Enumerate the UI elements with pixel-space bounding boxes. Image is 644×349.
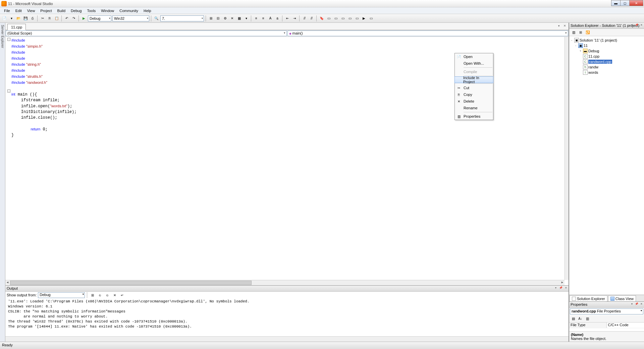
solution-tree[interactable]: -▣Solution '11' (1 project) -▣11 +▬Debug… [569, 36, 644, 295]
editor-vscrollbar[interactable] [565, 37, 569, 280]
menu-view[interactable]: View [24, 8, 38, 13]
se-refresh-button[interactable]: 🔁 [585, 30, 591, 36]
se-close-button[interactable]: ✕ [639, 23, 643, 27]
new-file-button[interactable]: ▾ [8, 15, 14, 21]
tree-item-debug[interactable]: Debug [588, 49, 599, 53]
tb-btn-8[interactable]: ≡ [260, 15, 266, 21]
minimize-button[interactable]: ▬ [611, 0, 621, 6]
props-az-button[interactable]: A↓ [577, 316, 583, 322]
new-project-button[interactable]: 📄 [1, 15, 7, 21]
props-close-button[interactable]: ✕ [639, 302, 643, 306]
output-dropdown-button[interactable]: ▾ [554, 286, 558, 290]
se-pin-button[interactable]: 📌 [635, 23, 639, 27]
indent-out-button[interactable]: ⇤ [284, 15, 290, 21]
scope-combo[interactable]: (Global Scope) [6, 31, 287, 36]
ctx-properties[interactable]: ▥Properties [455, 113, 493, 120]
tb-btn-4[interactable]: ✕ [229, 15, 235, 21]
tab-dropdown-button[interactable]: ▾ [556, 24, 561, 29]
se-properties-button[interactable]: ▥ [571, 30, 577, 36]
find-combo[interactable]: 7. [160, 15, 204, 21]
output-pin-button[interactable]: 📌 [559, 286, 563, 290]
open-button[interactable]: 📂 [15, 15, 21, 21]
tb-btn-e5[interactable]: ▭ [354, 15, 360, 21]
start-debug-button[interactable]: ▶ [81, 15, 87, 21]
redo-button[interactable]: ↷ [71, 15, 77, 21]
tb-btn-e3[interactable]: ▭ [340, 15, 346, 21]
tb-btn-3[interactable]: ⚙ [222, 15, 228, 21]
save-button[interactable]: 💾 [22, 15, 29, 21]
cut-button[interactable]: ✂ [40, 15, 46, 21]
ctx-open[interactable]: 📄Open [455, 53, 493, 60]
tree-item-words-txt[interactable]: words [588, 70, 598, 74]
uncomment-button[interactable]: // [309, 15, 315, 21]
menu-community[interactable]: Community [117, 8, 141, 13]
tb-btn-5[interactable]: ▦ [236, 15, 242, 21]
tree-item-randword-h[interactable]: randw [588, 65, 598, 69]
tree-item-11cpp[interactable]: 11.cpp [588, 54, 599, 58]
output-btn-2[interactable]: ⎋ [97, 292, 103, 298]
platform-combo[interactable]: Win32 [112, 15, 149, 21]
props-pin-button[interactable]: 📌 [635, 302, 639, 306]
props-pages-button[interactable]: ▥ [584, 316, 590, 322]
menu-debug[interactable]: Debug [68, 8, 84, 13]
comment-button[interactable]: // [302, 15, 308, 21]
output-btn-3[interactable]: ⎋ [104, 292, 110, 298]
tree-item-randword-cpp[interactable]: randword.cpp [588, 60, 612, 64]
tab-close-button[interactable]: ✕ [562, 24, 567, 29]
menu-tools[interactable]: Tools [85, 8, 99, 13]
output-clear-button[interactable]: ✕ [112, 292, 118, 298]
tb-btn-7[interactable]: ≡ [253, 15, 259, 21]
close-button[interactable]: ✕ [629, 0, 643, 6]
props-dropdown-button[interactable]: ▾ [630, 302, 634, 306]
maximize-button[interactable]: ◻ [620, 0, 630, 6]
ctx-cut[interactable]: ✂Cut [455, 84, 493, 91]
props-grid[interactable]: File TypeC/C++ Code [569, 323, 644, 331]
function-combo[interactable]: main() [287, 31, 569, 36]
tb-btn-2[interactable]: ⊟ [215, 15, 221, 21]
tb-btn-9[interactable]: A [267, 15, 273, 21]
undo-button[interactable]: ↶ [64, 15, 70, 21]
config-combo[interactable]: Debug [88, 15, 111, 21]
tb-btn-6[interactable]: ▾ [243, 15, 249, 21]
tb-btn-e7[interactable]: ▭ [368, 15, 374, 21]
tree-item-project[interactable]: 11 [584, 44, 588, 48]
se-showall-button[interactable]: ⊞ [578, 30, 584, 36]
menu-help[interactable]: Help [141, 8, 154, 13]
find-icon[interactable]: 🔍 [153, 15, 159, 21]
save-all-button[interactable]: ⎙ [30, 15, 36, 21]
output-hscrollbar[interactable] [5, 336, 569, 342]
menu-edit[interactable]: Edit [13, 8, 24, 13]
tb-btn-e1[interactable]: ▭ [326, 15, 332, 21]
output-close-button[interactable]: ✕ [564, 286, 568, 290]
props-cat-button[interactable]: ▤ [570, 316, 576, 322]
tab-class-view[interactable]: Class View [608, 295, 636, 301]
ctx-open-with[interactable]: Open With... [455, 60, 493, 67]
paste-button[interactable]: 📋 [54, 15, 60, 21]
ctx-delete[interactable]: ✕Delete [455, 98, 493, 105]
doc-tab-11cpp[interactable]: 11.cpp [7, 24, 26, 30]
ctx-include-in-project[interactable]: Include In Project [454, 76, 493, 83]
indent-in-button[interactable]: ⇥ [291, 15, 298, 21]
editor-hscrollbar[interactable] [5, 280, 565, 285]
tab-solution-explorer[interactable]: Solution Explorer [570, 295, 607, 301]
outline-toggle-icon[interactable]: - [7, 90, 10, 93]
output-text[interactable]: '11.exe': Loaded 'C:\Program Files (x86)… [5, 298, 569, 336]
se-dropdown-button[interactable]: ▾ [630, 23, 634, 27]
props-object-combo[interactable]: randword.cpp File Properties [570, 308, 643, 314]
output-btn-1[interactable]: ⊞ [90, 292, 96, 298]
output-wrap-button[interactable]: ↵ [119, 292, 125, 298]
menu-file[interactable]: File [1, 8, 13, 13]
tb-btn-10[interactable]: a [274, 15, 280, 21]
tb-btn-e2[interactable]: ▭ [333, 15, 339, 21]
server-explorer-tab[interactable]: Server Explorer [0, 23, 5, 342]
tb-btn-e4[interactable]: ▭ [347, 15, 353, 21]
tb-btn-e6[interactable]: ▶ [361, 15, 367, 21]
ctx-rename[interactable]: Rename [455, 105, 493, 111]
outline-toggle-icon[interactable]: - [7, 38, 10, 41]
output-source-combo[interactable]: Debug [38, 292, 85, 298]
copy-button[interactable]: ⎘ [47, 15, 53, 21]
bookmark-button[interactable]: 🔖 [319, 15, 325, 21]
tb-btn-1[interactable]: ⊞ [208, 15, 214, 21]
ctx-copy[interactable]: ⎘Copy [455, 91, 493, 98]
menu-build[interactable]: Build [55, 8, 68, 13]
